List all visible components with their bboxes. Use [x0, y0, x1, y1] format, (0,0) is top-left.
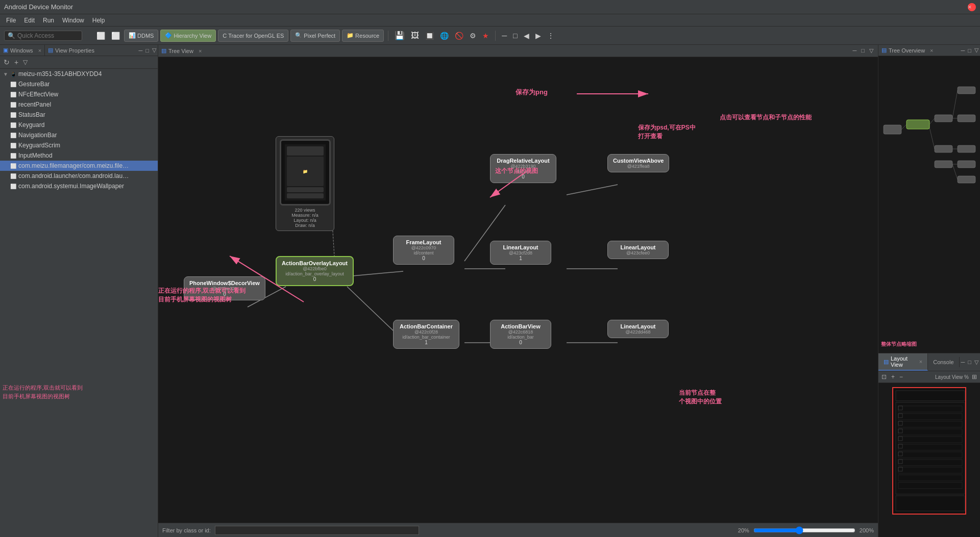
- toolbar-icon-1[interactable]: ⬜: [94, 31, 107, 41]
- layout-export[interactable]: ⊞: [970, 373, 978, 381]
- search-input[interactable]: [17, 32, 79, 39]
- node-linear2[interactable]: LinearLayout @423cfee0: [607, 241, 669, 259]
- tree-view-label[interactable]: Tree View: [168, 48, 193, 54]
- toolbar-icon-arr1[interactable]: ◀: [522, 31, 531, 41]
- layout-zoom-in[interactable]: +: [890, 373, 896, 381]
- svg-rect-20: [958, 145, 975, 152]
- tree-item-filemanager[interactable]: ⬜ com.meizu.filemanager/com.meizu.filema…: [0, 161, 158, 171]
- toolbar-icon-max[interactable]: □: [511, 31, 519, 41]
- filter-input[interactable]: [215, 526, 419, 535]
- layout-zoom-out[interactable]: −: [898, 373, 904, 381]
- toolbar-icon-red[interactable]: 🚫: [453, 31, 465, 41]
- ddms-button[interactable]: 📊 DDMS: [124, 30, 158, 42]
- tree-overview-label[interactable]: Tree Overview: [889, 47, 925, 54]
- node-phonewindow[interactable]: PhoneWindow$DecorView @422be320 0: [184, 276, 265, 300]
- tree-item-inputmethod[interactable]: ⬜ InputMethod: [0, 150, 158, 161]
- toolbar-icon-green[interactable]: 🌐: [438, 31, 451, 41]
- node-action-bar-view[interactable]: ActionBarView @422c6818 id/action_bar 0: [490, 320, 551, 349]
- windows-list: ▼ 📱 meizu-m351-351ABHDXYDD4 ⬜ GestureBar…: [0, 69, 158, 537]
- layout-zoom-fit[interactable]: ⊡: [880, 373, 888, 381]
- tree-overview-menu[interactable]: ▽: [973, 46, 980, 54]
- tree-item-keyguard[interactable]: ⬜ Keyguard: [0, 120, 158, 130]
- console-tab[interactable]: Console: [928, 357, 959, 367]
- tree-item-gesturebar[interactable]: ⬜ GestureBar: [0, 79, 158, 89]
- tree-item-keyguardscrim[interactable]: ⬜ KeyguardScrim: [0, 140, 158, 150]
- pixel-perfect-button[interactable]: 🔍 Pixel Perfect: [290, 30, 340, 42]
- layout-view-tab[interactable]: ▤ Layout View ×: [878, 353, 928, 371]
- hierarchy-view-button[interactable]: 🔷 Hierarchy View: [160, 30, 216, 42]
- search-box[interactable]: 🔍: [4, 31, 82, 41]
- tree-view-minimize[interactable]: ─: [851, 47, 859, 55]
- svg-rect-36: [898, 414, 962, 420]
- tree-add-button[interactable]: +: [13, 58, 20, 67]
- svg-rect-21: [935, 161, 952, 168]
- toolbar-icon-hierarchy[interactable]: 🔲: [423, 31, 436, 41]
- toolbar-icon-more[interactable]: ⋮: [545, 31, 556, 41]
- tracer-button[interactable]: C Tracer for OpenGL ES: [218, 30, 288, 42]
- menu-file[interactable]: File: [2, 17, 20, 24]
- menu-help[interactable]: Help: [88, 17, 109, 24]
- tree-arrow-device: ▼: [3, 71, 8, 77]
- node-custom-view-above[interactable]: CustomViewAbove @421ffea8: [607, 154, 669, 172]
- toolbar-icon-settings[interactable]: ⚙: [468, 31, 478, 41]
- tree-overview-minimize[interactable]: ─: [960, 47, 967, 54]
- tree-view-maximize[interactable]: □: [860, 47, 866, 55]
- node-drag-title: DragRelativeLayout: [496, 158, 551, 164]
- svg-line-31: [952, 164, 958, 180]
- toolbar-icon-save[interactable]: 💾: [393, 30, 407, 41]
- tree-refresh-button[interactable]: ↻: [2, 58, 11, 67]
- left-panel-minimize[interactable]: ─: [137, 47, 144, 54]
- node-framelayout[interactable]: FrameLayout @422c0970 id/content 0: [393, 236, 454, 265]
- tree-menu-button[interactable]: ▽: [21, 58, 29, 66]
- layout-view-maximize[interactable]: □: [966, 359, 973, 366]
- resource-button[interactable]: 📁 Resource: [342, 30, 384, 42]
- tree-overview-close[interactable]: ×: [930, 47, 933, 54]
- toolbar-icon-min[interactable]: ─: [500, 31, 509, 41]
- layout-view-menu[interactable]: ▽: [973, 359, 980, 366]
- menu-edit[interactable]: Edit: [20, 17, 39, 24]
- node-linear1[interactable]: LinearLayout @423cf2d8 1: [490, 241, 551, 265]
- view-properties-tab-label[interactable]: View Properties: [55, 47, 94, 54]
- layout-view-minimize[interactable]: ─: [960, 359, 967, 366]
- toolbar-icon-2[interactable]: ⬜: [109, 31, 122, 41]
- close-button[interactable]: ×: [968, 3, 976, 11]
- tree-item-navbar[interactable]: ⬜ NavigationBar: [0, 130, 158, 140]
- node-action-bar-container[interactable]: ActionBarContainer @422c0f28 id/action_b…: [393, 320, 459, 349]
- node-drag-relative[interactable]: DragRelativeLayout @422b3190 id/main 0: [490, 154, 556, 183]
- menu-run[interactable]: Run: [39, 17, 58, 24]
- toolbar-icon-save2[interactable]: 🖼: [409, 30, 421, 41]
- layout-view-close[interactable]: ×: [919, 359, 922, 365]
- window-icon-3: ⬜: [10, 112, 16, 118]
- tree-item-launcher[interactable]: ⬜ com.android.launcher/com.android.launc…: [0, 171, 158, 181]
- tree-view-menu[interactable]: ▽: [868, 47, 875, 55]
- windows-tab-close[interactable]: ×: [38, 47, 41, 54]
- gesturebar-label: GestureBar: [18, 81, 50, 88]
- svg-rect-16: [935, 115, 952, 122]
- tree-item-wallpaper[interactable]: ⬜ com.android.systemui.ImageWallpaper: [0, 181, 158, 191]
- tree-item-nfceffect[interactable]: ⬜ NFcEffectView: [0, 89, 158, 99]
- svg-line-27: [952, 90, 958, 118]
- tree-item-statusbar[interactable]: ⬜ StatusBar: [0, 110, 158, 120]
- toolbar-icon-star[interactable]: ★: [480, 31, 491, 41]
- preview-measure: Measure: n/a: [279, 213, 331, 218]
- svg-rect-33: [896, 402, 965, 494]
- toolbar-icon-arr2[interactable]: ▶: [533, 31, 543, 41]
- svg-rect-46: [898, 406, 902, 410]
- node-linear3[interactable]: LinearLayout @422dd468: [607, 320, 669, 338]
- tracer-icon: C: [223, 33, 227, 39]
- tree-item-device[interactable]: ▼ 📱 meizu-m351-351ABHDXYDD4: [0, 69, 158, 79]
- node-customview-addr: @421ffea8: [613, 164, 664, 169]
- svg-rect-50: [898, 437, 902, 441]
- menu-window[interactable]: Window: [58, 17, 88, 24]
- windows-tab-label[interactable]: Windows: [10, 47, 33, 54]
- tree-view-close[interactable]: ×: [199, 48, 202, 54]
- tree-overview-canvas: 整体节点略缩图: [878, 56, 980, 353]
- tree-item-recentpanel[interactable]: ⬜ recentPanel: [0, 99, 158, 110]
- left-panel-maximize[interactable]: □: [144, 47, 151, 54]
- zoom-slider[interactable]: [753, 526, 855, 534]
- preview-draw: Draw: n/a: [279, 223, 331, 228]
- node-actionbar-overlay[interactable]: ActionBarOverlayLayout @422bfbe0 id/acti…: [276, 256, 354, 286]
- svg-line-26: [929, 127, 935, 149]
- left-panel-menu[interactable]: ▽: [151, 46, 158, 54]
- tree-overview-maximize[interactable]: □: [966, 47, 973, 54]
